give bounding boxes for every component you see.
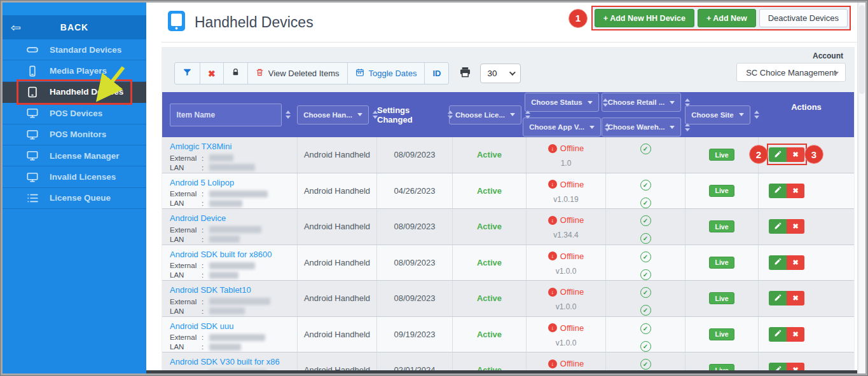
sidebar-item-license-manager[interactable]: License Manager [3,145,146,166]
annotation-rect-buttons: + Add New HH Device + Add New Deactivate… [591,6,851,30]
print-button[interactable] [458,66,472,81]
cell-connection-status: ↓ Offline 1.0 [527,137,606,173]
sort-item-name[interactable] [286,111,291,119]
retail-check-icon: ✓ [640,144,651,154]
retail-filter-select[interactable]: Choose Retail ... [602,93,681,112]
pencil-icon [774,185,782,196]
app-version-filter-select[interactable]: Choose App V... [523,117,601,137]
back-button[interactable]: ⇦ BACK [3,15,146,39]
lan-row: LAN: [170,163,255,172]
delete-button[interactable]: ✖ [787,184,804,198]
harddrive-icon [26,43,39,56]
license-status: Active [477,330,502,339]
settings-changed-date: 08/09/2023 [394,258,435,267]
handheld-devices-icon [168,11,185,34]
sidebar-item-invalid-licenses[interactable]: Invalid Licenses [3,166,146,187]
external-value-redacted [209,298,270,305]
external-row: External: [170,297,270,306]
edit-button[interactable] [769,255,787,270]
page-size-select[interactable]: 30 [480,64,521,83]
settings-changed-date: 09/19/2023 [394,330,435,339]
device-type: Android Handheld [304,330,370,339]
lan-label: LAN [170,271,202,279]
external-label: External [170,262,202,269]
offline-down-icon: ↓ [548,288,557,297]
sidebar-item-pos-devices[interactable]: POS Devices [3,103,146,124]
external-value-redacted [209,334,265,341]
sidebar-nav: Standard Devices Media Players Handheld … [3,39,146,209]
cell-settings-changed: 04/26/2023 [377,173,453,209]
delete-button[interactable]: ✖ [787,147,804,162]
external-value-redacted [209,262,255,269]
account-selected-value: SC Choice Management [746,68,836,77]
sidebar-item-label: POS Monitors [50,130,106,139]
item-name-placeholder: Item Name [177,111,216,119]
scrollbar-thumb[interactable] [859,5,865,94]
device-name-link[interactable]: Android SDK uuu [170,321,233,331]
view-deleted-items-button[interactable]: View Deleted Items [248,63,348,84]
warehouse-filter-select[interactable]: Choose Wareh... [602,117,682,137]
caret-down-icon [670,101,675,104]
device-name-link[interactable]: Android SDK built for x8600 [170,250,272,259]
cell-actions: ✖ [759,173,854,209]
delete-x-icon: ✖ [792,151,798,159]
caret-down-icon [589,126,595,129]
annotation-badge-1: 1 [568,9,588,28]
sidebar: ⇦ BACK Standard Devices Media Players Ha… [3,3,146,373]
filter-button[interactable] [175,63,200,84]
window-bottom-edge [146,370,857,373]
lan-value-redacted [209,164,255,171]
sidebar-item-media-players[interactable]: Media Players [3,60,146,81]
device-name-link[interactable]: Amlogic TX8Mini [170,142,231,151]
delete-button[interactable]: ✖ [787,291,804,306]
sidebar-item-standard-devices[interactable]: Standard Devices [3,39,146,60]
offline-status: ↓ Offline [548,144,584,153]
delete-button[interactable]: ✖ [787,219,804,234]
license-filter-select[interactable]: Choose Lice... [449,105,521,124]
device-name-link[interactable]: Android 5 Lolipop [170,178,234,187]
cell-actions: ✖ [759,317,854,352]
connection-status-text: Offline [560,323,584,333]
add-new-button[interactable]: + Add New [698,9,756,27]
sidebar-item-license-queue[interactable]: License Queue [3,188,146,209]
cell-settings-changed: 09/19/2023 [377,317,453,352]
pencil-icon [774,293,782,304]
edit-button[interactable] [769,147,787,162]
warehouse-check-icon: ✓ [640,233,651,244]
cell-device-type: Android Handheld [298,317,377,352]
add-new-hh-device-button[interactable]: + Add New HH Device [595,9,694,27]
app-version: v1.0.0 [556,302,577,311]
sidebar-item-pos-monitors[interactable]: POS Monitors [3,124,146,145]
handheld-type-filter-select[interactable]: Choose Han... [297,105,369,124]
status-filter-select[interactable]: Choose Status [525,93,599,112]
deactivate-devices-button[interactable]: Deactivate Devices [759,9,848,27]
connection-status-text: Offline [560,252,584,261]
device-name-link[interactable]: Android SDK V30 built for x86 [170,357,280,366]
vertical-scrollbar[interactable] [857,3,865,373]
pencil-icon [774,149,782,161]
account-label: Account [813,51,843,60]
site-filter-select[interactable]: Choose Site [685,105,750,124]
lock-filter-button[interactable] [224,63,248,84]
edit-button[interactable] [769,219,787,234]
toggle-dates-button[interactable]: Toggle Dates [348,63,425,84]
device-name-link[interactable]: Android Device [170,213,226,223]
edit-button[interactable] [769,291,787,306]
delete-button[interactable]: ✖ [787,255,804,270]
license-status: Active [477,258,502,267]
device-name-link[interactable]: Android SDK Tablet10 [170,285,251,295]
account-select[interactable]: SC Choice Management [736,63,846,82]
edit-button[interactable] [769,184,787,198]
clear-filter-button[interactable]: ✖ [200,63,224,84]
device-type: Android Handheld [304,186,370,196]
external-row: External: [170,153,233,163]
external-row: External: [170,225,261,234]
retail-filter-label: Choose Retail ... [608,98,665,106]
warehouse-check-icon: ✓ [640,269,651,280]
id-button[interactable]: ID [425,63,448,84]
item-name-filter-input[interactable]: Item Name [170,104,282,126]
device-type: Android Handheld [304,222,370,231]
sidebar-item-handheld-devices[interactable]: Handheld Devices [3,82,146,103]
delete-button[interactable]: ✖ [787,327,804,342]
edit-button[interactable] [769,327,787,342]
